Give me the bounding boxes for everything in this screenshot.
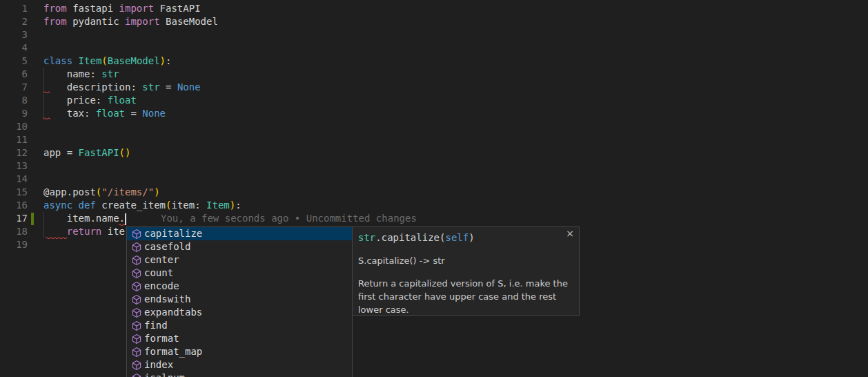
code-token: ( [101, 55, 107, 66]
suggestion-item[interactable]: format_map [127, 345, 352, 358]
line-number: 2 [0, 15, 28, 28]
code-line[interactable]: async def create_item(item: Item): [43, 199, 241, 212]
error-squiggle [119, 223, 125, 227]
code-token: create_item [96, 200, 166, 211]
suggestion-list[interactable]: capitalizecasefoldcentercountencodeendsw… [126, 226, 353, 377]
line-number: 6 [0, 68, 28, 81]
suggestion-item[interactable]: capitalize [127, 227, 352, 240]
code-token: float [108, 95, 137, 106]
code-line[interactable]: from fastapi import FastAPI [43, 2, 241, 15]
code-token: .capitalize( [375, 232, 445, 243]
code-token: () [119, 147, 131, 158]
gutter[interactable]: 12345678910111213141516171819 [0, 2, 28, 251]
line-number: 15 [0, 186, 28, 199]
code-token: tax: [43, 108, 96, 119]
code-token: ite [101, 226, 125, 237]
code-token: "/items/" [101, 186, 154, 197]
method-icon [131, 294, 142, 305]
suggest-widget[interactable]: capitalizecasefoldcentercountencodeendsw… [126, 226, 580, 377]
code-token: return [67, 226, 102, 237]
suggestion-label: expandtabs [144, 306, 202, 319]
code-line[interactable]: price: float [43, 94, 241, 107]
code-token: Item [206, 200, 230, 211]
suggestion-label: isalnum [144, 371, 185, 377]
git-blame-annotation: You, a few seconds ago • Uncommitted cha… [161, 212, 417, 225]
line-number: 19 [0, 238, 28, 251]
code-line[interactable] [43, 160, 241, 173]
code-token: import [119, 3, 155, 14]
code-line[interactable]: name: str [43, 68, 241, 81]
suggestion-item[interactable]: encode [127, 280, 352, 293]
suggestion-label: count [144, 267, 173, 280]
code-token: from [43, 16, 67, 27]
code-line[interactable] [43, 120, 241, 133]
text-cursor [125, 213, 126, 225]
code-token [72, 200, 78, 211]
code-line[interactable]: @app.post("/items/") [43, 186, 241, 199]
error-squiggle [43, 117, 50, 121]
line-number: 17 [0, 212, 28, 225]
code-line[interactable] [43, 133, 241, 146]
code-token: = [125, 108, 142, 119]
code-token: description: [43, 81, 142, 93]
gutter-modified-indicator [31, 213, 34, 225]
suggestion-label: encode [144, 280, 179, 293]
line-number: 16 [0, 199, 28, 212]
docs-summary: S.capitalize() -> str [358, 254, 573, 267]
code-line[interactable]: class Item(BaseModel): [43, 55, 241, 68]
suggestion-item[interactable]: index [127, 358, 352, 371]
code-line[interactable] [43, 28, 241, 41]
code-editor[interactable]: 12345678910111213141516171819 from fasta… [0, 0, 868, 377]
code-token: : [235, 200, 241, 211]
code-line[interactable]: from pydantic import BaseModel [43, 15, 241, 28]
suggestion-label: capitalize [144, 227, 202, 240]
line-number: 8 [0, 94, 28, 107]
suggestion-item[interactable]: center [127, 253, 352, 267]
suggestion-label: format [144, 332, 179, 345]
code-line[interactable] [43, 41, 241, 55]
code-token: ) [160, 55, 166, 66]
code-token: BaseModel [160, 16, 218, 27]
code-token: import [125, 16, 160, 27]
code-token: str [101, 68, 119, 79]
suggestion-item[interactable]: isalnum [127, 371, 352, 377]
code-line[interactable]: description: str = None [43, 81, 241, 94]
method-icon [131, 268, 142, 279]
code-token: @app.post [43, 186, 96, 197]
code-token: = [160, 81, 177, 93]
code-token: FastAPI [79, 147, 119, 158]
code-line[interactable]: tax: float = None [43, 107, 241, 120]
code-token: Item [79, 55, 102, 66]
code-token: float [96, 108, 125, 119]
code-token: None [142, 108, 166, 119]
line-number: 12 [0, 146, 28, 160]
suggestion-label: center [144, 253, 179, 267]
suggestion-item[interactable]: endswith [127, 293, 352, 306]
code-token: ) [230, 200, 235, 211]
code-token: item: [171, 200, 206, 211]
suggestion-item[interactable]: count [127, 267, 352, 280]
close-icon[interactable]: × [566, 229, 574, 238]
suggestion-item[interactable]: find [127, 319, 352, 332]
error-squiggle [46, 236, 67, 240]
line-number: 5 [0, 55, 28, 68]
method-icon [131, 281, 142, 292]
code-line[interactable]: app = FastAPI() [43, 146, 241, 160]
code-token: BaseModel [108, 55, 160, 66]
suggestion-item[interactable]: format [127, 332, 352, 345]
line-number: 14 [0, 173, 28, 186]
method-icon [131, 307, 142, 318]
suggestion-item[interactable]: expandtabs [127, 306, 352, 319]
method-icon [131, 320, 142, 331]
code-token: None [177, 81, 201, 93]
line-number: 4 [0, 41, 28, 55]
code-line[interactable] [43, 173, 241, 186]
suggestion-item[interactable]: casefold [127, 240, 352, 253]
method-icon [131, 229, 142, 240]
code-token: class [43, 55, 72, 66]
suggestion-label: index [144, 358, 173, 371]
code-token [72, 55, 78, 66]
docs-signature: str.capitalize(self) [358, 231, 573, 244]
code-token: async [43, 200, 72, 211]
code-token: fastapi [67, 3, 119, 14]
